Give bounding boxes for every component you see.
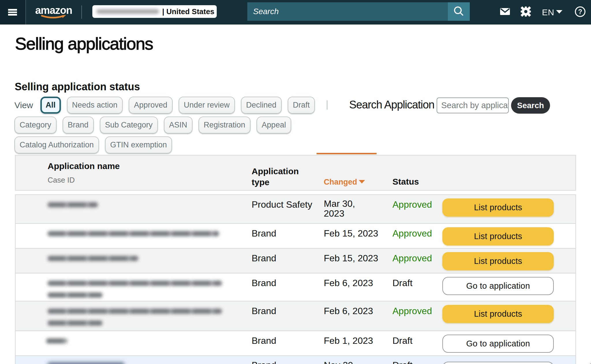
- svg-text:amazon: amazon: [35, 7, 72, 16]
- svg-text:?: ?: [578, 8, 582, 16]
